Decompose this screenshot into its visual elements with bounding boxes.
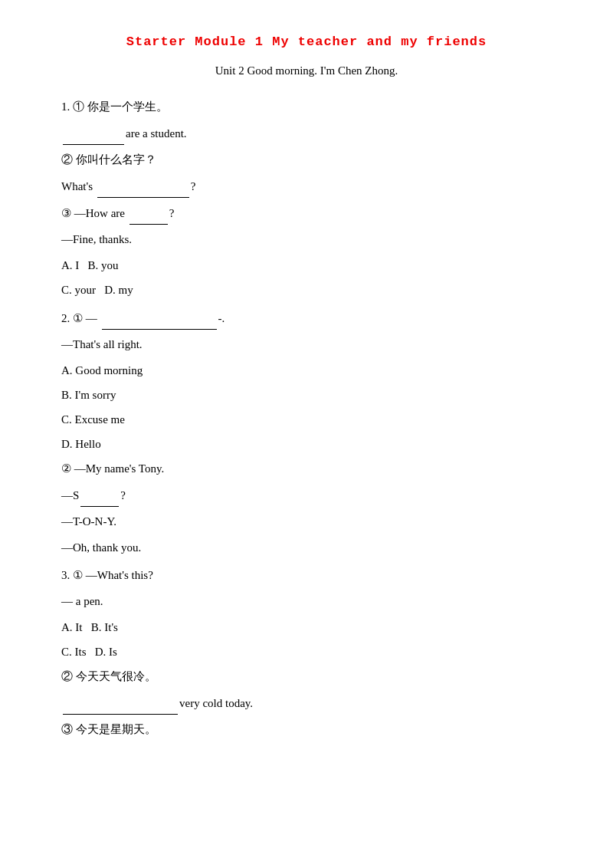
q3-opt-cd: C. Its D. Is — [61, 640, 552, 663]
q2-p1-options: A. Good morning B. I'm sorry C. Excuse m… — [61, 359, 552, 455]
page-wrapper: Starter Module 1 My teacher and my frien… — [61, 31, 552, 741]
q3-number: 3. ① —What's this? — [61, 564, 552, 587]
question-2: 2. ① — -. —That's all right. A. Good mor… — [61, 306, 552, 559]
q3-p1-answer: — a pen. — [61, 590, 552, 613]
q1-p2-line: What's ? — [61, 174, 552, 198]
q1-p1-line: are a student. — [61, 121, 552, 145]
q3-p1-options: A. It B. It's C. Its D. Is — [61, 616, 552, 663]
q1-label: 1. ① 你是一个学生。 — [61, 100, 168, 113]
q3-p3-label: ③ 今天是星期天。 — [61, 718, 552, 741]
q1-blank1 — [63, 121, 124, 145]
q1-p3-label: ③ —How are ? — [61, 201, 552, 225]
q2-blank2 — [80, 483, 119, 507]
q2-p2-line1: —S ? — [61, 483, 552, 507]
q2-p1-answer: —That's all right. — [61, 333, 552, 356]
question-3: 3. ① —What's this? — a pen. A. It B. It'… — [61, 564, 552, 741]
q2-p2-line3: —Oh, thank you. — [61, 536, 552, 559]
sub-title: Unit 2 Good morning. I'm Chen Zhong. — [61, 61, 552, 81]
q2-number: 2. ① — -. — [61, 306, 552, 330]
q3-p2-label: ② 今天天气很冷。 — [61, 665, 552, 688]
main-title: Starter Module 1 My teacher and my frien… — [61, 31, 552, 54]
q1-p2-label: ② 你叫什么名字？ — [61, 148, 552, 171]
q1-blank3 — [129, 201, 168, 225]
q3-p2-line: very cold today. — [61, 691, 552, 715]
q2-p2-line2: —T-O-N-Y. — [61, 510, 552, 533]
question-1: 1. ① 你是一个学生。 are a student. ② 你叫什么名字？ Wh… — [61, 95, 552, 301]
q3-opt-ab: A. It B. It's — [61, 616, 552, 639]
q2-blank1 — [102, 306, 217, 330]
q1-opt-ab: A. I B. you — [61, 254, 552, 277]
q1-options: A. I B. you C. your D. my — [61, 254, 552, 301]
q3-blank1 — [63, 691, 178, 715]
q2-opt-a: A. Good morning — [61, 359, 552, 382]
q2-p2-label: ② —My name's Tony. — [61, 457, 552, 480]
q1-number: 1. ① 你是一个学生。 — [61, 95, 552, 118]
q2-opt-d: D. Hello — [61, 432, 552, 455]
q1-blank2 — [97, 174, 189, 198]
q1-p3-answer: —Fine, thanks. — [61, 228, 552, 251]
q1-opt-cd: C. your D. my — [61, 278, 552, 301]
q2-opt-b: B. I'm sorry — [61, 383, 552, 406]
q2-opt-c: C. Excuse me — [61, 408, 552, 431]
